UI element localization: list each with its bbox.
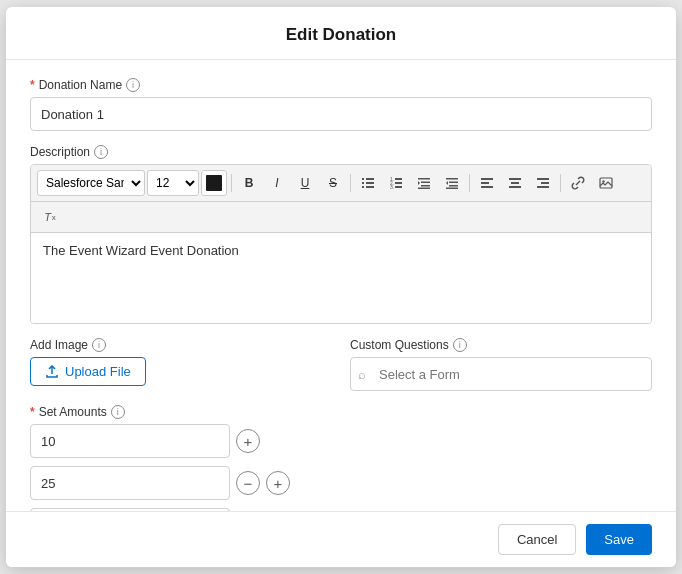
svg-rect-24 <box>481 186 493 188</box>
modal-footer: Cancel Save <box>6 511 676 567</box>
svg-rect-15 <box>418 188 430 190</box>
align-center-button[interactable] <box>502 170 528 196</box>
svg-rect-26 <box>511 182 519 184</box>
font-size-select[interactable]: 12 <box>147 170 199 196</box>
toolbar-separator-1 <box>231 174 232 192</box>
cancel-button[interactable]: Cancel <box>498 524 576 555</box>
toolbar-separator-3 <box>469 174 470 192</box>
donation-name-label: * Donation Name i <box>30 78 652 92</box>
svg-rect-31 <box>600 178 612 188</box>
modal-header: Edit Donation <box>6 7 676 60</box>
custom-questions-input[interactable] <box>350 357 652 391</box>
description-label: Description i <box>30 145 652 159</box>
svg-rect-17 <box>446 178 458 180</box>
svg-marker-21 <box>446 181 448 185</box>
amount-row-1: + <box>30 424 652 458</box>
strikethrough-button[interactable]: S <box>320 170 346 196</box>
description-info-icon: i <box>94 145 108 159</box>
edit-donation-modal: Edit Donation * Donation Name i Descript… <box>6 7 676 567</box>
svg-rect-14 <box>421 185 430 187</box>
add-image-col: Add Image i Upload File <box>30 338 330 391</box>
add-amount-1-button[interactable]: + <box>236 429 260 453</box>
toolbar-separator-2 <box>350 174 351 192</box>
two-col-section: Add Image i Upload File <box>30 338 652 391</box>
align-left-button[interactable] <box>474 170 500 196</box>
svg-rect-27 <box>509 186 521 188</box>
outdent-button[interactable] <box>439 170 465 196</box>
set-amounts-group: * Set Amounts i + − + − <box>30 405 652 511</box>
rte-toolbar-row2: Tx <box>31 202 651 233</box>
donation-name-group: * Donation Name i <box>30 78 652 131</box>
svg-text:3.: 3. <box>390 184 394 190</box>
add-image-label: Add Image i <box>30 338 330 352</box>
custom-questions-label: Custom Questions i <box>350 338 652 352</box>
modal-overlay: Edit Donation * Donation Name i Descript… <box>0 0 682 574</box>
svg-rect-29 <box>541 182 549 184</box>
toolbar-separator-4 <box>560 174 561 192</box>
amount-input-1[interactable] <box>30 424 230 458</box>
upload-icon <box>45 365 59 379</box>
link-button[interactable] <box>565 170 591 196</box>
svg-rect-20 <box>446 188 458 190</box>
svg-rect-9 <box>395 182 402 184</box>
color-swatch <box>206 175 222 191</box>
rte-toolbar: Salesforce Sans 12 B I U S <box>31 165 651 202</box>
unordered-list-button[interactable] <box>355 170 381 196</box>
donation-name-info-icon: i <box>126 78 140 92</box>
custom-questions-col: Custom Questions i ⌕ <box>350 338 652 391</box>
set-amounts-info-icon: i <box>111 405 125 419</box>
svg-rect-3 <box>366 182 374 184</box>
underline-button[interactable]: U <box>292 170 318 196</box>
svg-rect-18 <box>449 182 458 184</box>
svg-rect-7 <box>395 178 402 180</box>
svg-rect-2 <box>362 182 364 184</box>
svg-rect-28 <box>537 178 549 180</box>
save-button[interactable]: Save <box>586 524 652 555</box>
text-color-button[interactable] <box>201 170 227 196</box>
svg-rect-0 <box>362 178 364 180</box>
add-amount-2-button[interactable]: + <box>266 471 290 495</box>
svg-point-32 <box>602 180 604 182</box>
ordered-list-button[interactable]: 1. 2. 3. <box>383 170 409 196</box>
svg-rect-22 <box>481 178 493 180</box>
svg-rect-19 <box>449 185 458 187</box>
description-group: Description i Salesforce Sans 12 <box>30 145 652 324</box>
clear-format-button[interactable]: Tx <box>37 205 63 229</box>
svg-rect-5 <box>366 186 374 188</box>
svg-rect-13 <box>421 182 430 184</box>
modal-title: Edit Donation <box>286 25 396 44</box>
italic-button[interactable]: I <box>264 170 290 196</box>
required-indicator: * <box>30 78 35 92</box>
svg-rect-30 <box>537 186 549 188</box>
add-image-info-icon: i <box>92 338 106 352</box>
custom-questions-info-icon: i <box>453 338 467 352</box>
svg-rect-23 <box>481 182 489 184</box>
svg-rect-11 <box>395 186 402 188</box>
indent-button[interactable] <box>411 170 437 196</box>
upload-file-button[interactable]: Upload File <box>30 357 146 386</box>
set-amounts-required: * <box>30 405 35 419</box>
bold-button[interactable]: B <box>236 170 262 196</box>
modal-body: * Donation Name i Description i Salesfor… <box>6 60 676 511</box>
rte-content[interactable]: The Event Wizard Event Donation <box>31 233 651 323</box>
svg-rect-12 <box>418 178 430 180</box>
amount-row-2: − + <box>30 466 652 500</box>
amount-input-2[interactable] <box>30 466 230 500</box>
svg-marker-16 <box>418 181 420 185</box>
set-amounts-label: * Set Amounts i <box>30 405 652 419</box>
search-icon: ⌕ <box>358 367 366 382</box>
rich-text-editor: Salesforce Sans 12 B I U S <box>30 164 652 324</box>
remove-amount-2-button[interactable]: − <box>236 471 260 495</box>
svg-rect-1 <box>366 178 374 180</box>
svg-rect-25 <box>509 178 521 180</box>
font-family-select[interactable]: Salesforce Sans <box>37 170 145 196</box>
custom-questions-input-wrapper: ⌕ <box>350 357 652 391</box>
donation-name-input[interactable] <box>30 97 652 131</box>
align-right-button[interactable] <box>530 170 556 196</box>
image-button[interactable] <box>593 170 619 196</box>
svg-rect-4 <box>362 186 364 188</box>
